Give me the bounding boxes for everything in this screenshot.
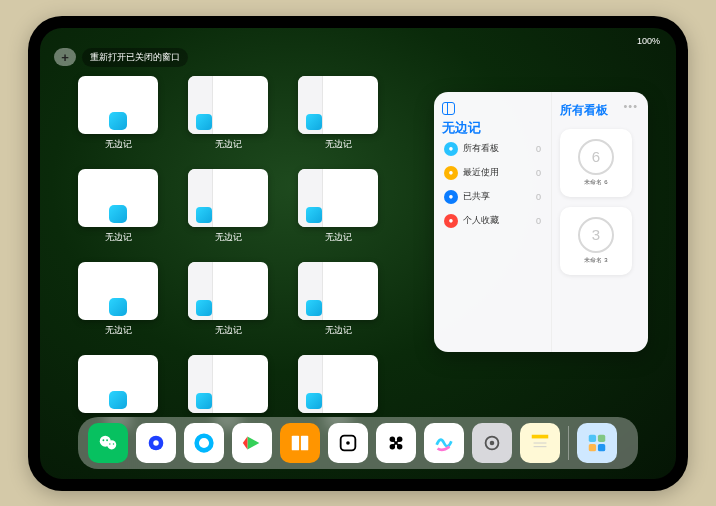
- window-label: 无边记: [105, 231, 132, 244]
- dock-app-obsidian[interactable]: [376, 423, 416, 463]
- window-label: 无边记: [325, 138, 352, 151]
- menu-icon: ●: [444, 214, 458, 228]
- svg-point-8: [197, 435, 212, 450]
- panel-left: 无边记 ● 所有看板 0● 最近使用 0● 已共享 0● 个人收藏 0: [434, 92, 552, 352]
- board-sketch: 3: [578, 217, 614, 253]
- board-caption: 未命名 3: [584, 256, 607, 265]
- panel-right: 所有看板 6 未命名 6 3 未命名 3: [552, 92, 648, 352]
- window-thumb[interactable]: 无边记: [188, 262, 268, 337]
- svg-point-2: [103, 439, 105, 441]
- window-preview[interactable]: [298, 262, 378, 320]
- window-thumb[interactable]: 无边记: [78, 76, 158, 151]
- svg-rect-23: [532, 434, 549, 438]
- menu-icon: ●: [444, 166, 458, 180]
- svg-rect-11: [292, 435, 299, 450]
- svg-point-4: [109, 443, 110, 444]
- window-thumb[interactable]: 无边记: [188, 76, 268, 151]
- status-right: 100%: [637, 36, 660, 46]
- menu-label: 最近使用: [463, 166, 536, 179]
- window-thumb[interactable]: 无边记: [78, 262, 158, 337]
- window-preview[interactable]: [78, 169, 158, 227]
- menu-label: 已共享: [463, 190, 536, 203]
- window-label: 无边记: [325, 231, 352, 244]
- sidebar-menu-item[interactable]: ● 已共享 0: [442, 185, 543, 209]
- dock-recent-recents-group[interactable]: [577, 423, 617, 463]
- window-preview[interactable]: [188, 355, 268, 413]
- board-sketch: 6: [578, 139, 614, 175]
- dock-app-books[interactable]: [280, 423, 320, 463]
- dock-app-settings[interactable]: [472, 423, 512, 463]
- more-icon[interactable]: •••: [623, 100, 638, 112]
- freeform-sidebar-panel: ••• 无边记 ● 所有看板 0● 最近使用 0● 已共享 0● 个人收藏 0 …: [434, 92, 648, 352]
- svg-point-1: [107, 440, 116, 449]
- new-window-button[interactable]: +: [54, 48, 76, 66]
- sidebar-menu-item[interactable]: ● 最近使用 0: [442, 161, 543, 185]
- dock-app-dice[interactable]: [328, 423, 368, 463]
- svg-marker-9: [247, 436, 259, 449]
- window-preview[interactable]: [78, 76, 158, 134]
- dock-app-media[interactable]: [232, 423, 272, 463]
- reopen-closed-window-button[interactable]: 重新打开已关闭的窗口: [82, 48, 188, 67]
- svg-rect-29: [598, 443, 605, 450]
- screen: 100% + 重新打开已关闭的窗口 无边记 无边记 无边记 无边记 无边记 无边…: [40, 28, 676, 479]
- menu-icon: ●: [444, 190, 458, 204]
- top-controls: + 重新打开已关闭的窗口: [54, 48, 188, 67]
- svg-rect-26: [589, 434, 596, 441]
- window-thumb[interactable]: 无边记: [188, 169, 268, 244]
- dock-app-notes[interactable]: [520, 423, 560, 463]
- window-preview[interactable]: [78, 355, 158, 413]
- window-preview[interactable]: [188, 76, 268, 134]
- window-thumb[interactable]: 无边记: [298, 169, 378, 244]
- dock-app-wechat[interactable]: [88, 423, 128, 463]
- menu-count: 0: [536, 216, 541, 226]
- dock-app-freeform[interactable]: [424, 423, 464, 463]
- svg-point-14: [346, 441, 350, 445]
- svg-rect-28: [589, 443, 596, 450]
- dock-app-browser1[interactable]: [136, 423, 176, 463]
- window-label: 无边记: [105, 324, 132, 337]
- menu-label: 个人收藏: [463, 214, 536, 227]
- window-preview[interactable]: [188, 262, 268, 320]
- dock: [78, 417, 638, 469]
- sidebar-menu-item[interactable]: ● 个人收藏 0: [442, 209, 543, 233]
- dock-separator: [568, 426, 569, 460]
- window-label: 无边记: [325, 324, 352, 337]
- board-card[interactable]: 6 未命名 6: [560, 129, 632, 197]
- menu-count: 0: [536, 144, 541, 154]
- app-expose-grid: 无边记 无边记 无边记 无边记 无边记 无边记 无边记 无边记 无边记 无边记 …: [78, 76, 448, 430]
- svg-point-5: [113, 443, 114, 444]
- window-label: 无边记: [215, 324, 242, 337]
- svg-point-7: [153, 440, 159, 446]
- window-label: 无边记: [215, 231, 242, 244]
- svg-point-22: [490, 440, 495, 445]
- window-preview[interactable]: [298, 169, 378, 227]
- menu-label: 所有看板: [463, 142, 536, 155]
- window-thumb[interactable]: 无边记: [298, 76, 378, 151]
- menu-icon: ●: [444, 142, 458, 156]
- sidebar-toggle-icon[interactable]: [442, 102, 455, 115]
- svg-point-3: [106, 439, 108, 441]
- window-preview[interactable]: [298, 76, 378, 134]
- board-card[interactable]: 3 未命名 3: [560, 207, 632, 275]
- ipad-frame: 100% + 重新打开已关闭的窗口 无边记 无边记 无边记 无边记 无边记 无边…: [28, 16, 688, 491]
- menu-count: 0: [536, 168, 541, 178]
- svg-rect-27: [598, 434, 605, 441]
- window-preview[interactable]: [78, 262, 158, 320]
- dock-app-browser2[interactable]: [184, 423, 224, 463]
- svg-rect-12: [301, 435, 308, 450]
- window-label: 无边记: [215, 138, 242, 151]
- window-thumb[interactable]: 无边记: [78, 169, 158, 244]
- window-preview[interactable]: [188, 169, 268, 227]
- board-caption: 未命名 6: [584, 178, 607, 187]
- menu-count: 0: [536, 192, 541, 202]
- window-label: 无边记: [105, 138, 132, 151]
- sidebar-menu-item[interactable]: ● 所有看板 0: [442, 137, 543, 161]
- window-preview[interactable]: [298, 355, 378, 413]
- window-thumb[interactable]: 无边记: [298, 262, 378, 337]
- svg-marker-10: [243, 436, 248, 449]
- panel-left-title: 无边记: [442, 119, 543, 137]
